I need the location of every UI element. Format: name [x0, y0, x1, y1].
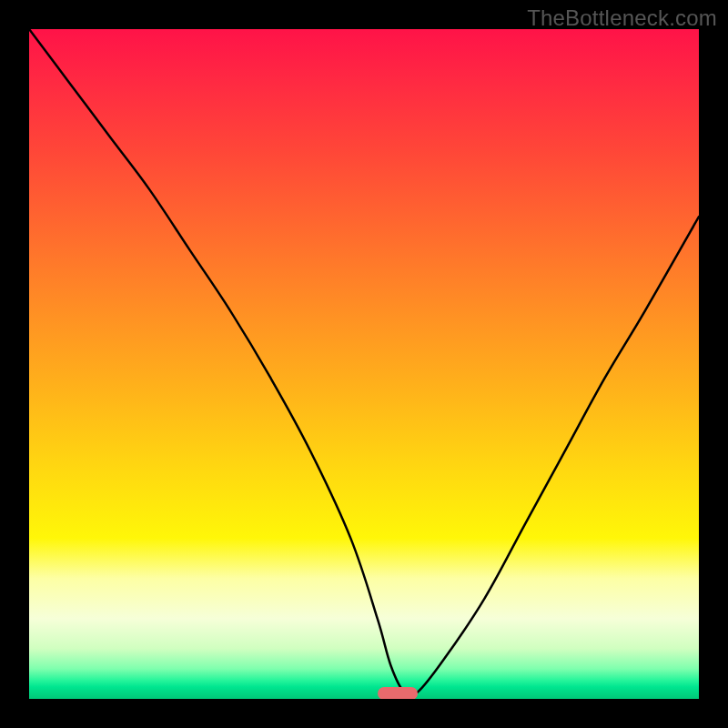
plot-area — [29, 29, 699, 699]
optimum-marker — [378, 687, 418, 699]
chart-frame: TheBottleneck.com — [0, 0, 728, 728]
watermark-text: TheBottleneck.com — [527, 5, 717, 31]
gradient-background — [29, 29, 699, 699]
